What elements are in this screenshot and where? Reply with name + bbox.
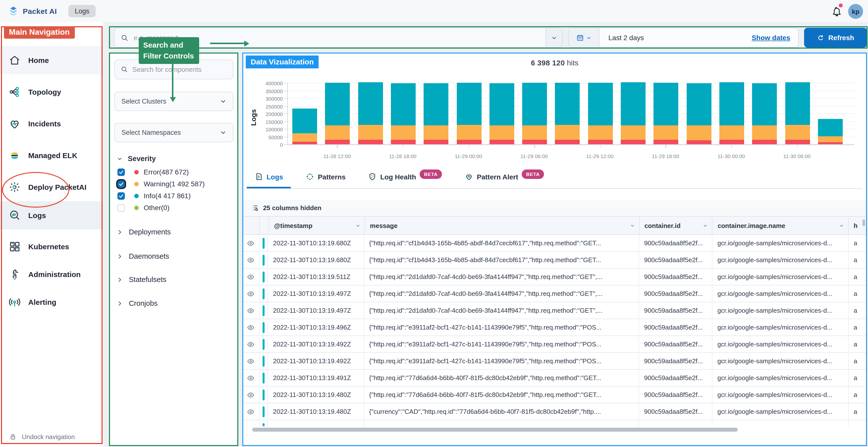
severity-checkbox[interactable] xyxy=(117,204,125,211)
sidebar-item-logs[interactable]: Logs xyxy=(0,201,103,230)
show-dates-link[interactable]: Show dates xyxy=(751,34,798,41)
severity-checkbox[interactable] xyxy=(117,180,125,187)
column-header-message[interactable]: message xyxy=(365,216,639,234)
y-tick-mark xyxy=(284,137,287,137)
table-row[interactable]: 2022-11-30T10:13:19.680Z{"http.req.id":"… xyxy=(242,235,867,252)
query-search-input[interactable] xyxy=(129,34,546,41)
table-row[interactable]: 2022-11-30T10:13:19.496Z{"http.req.id":"… xyxy=(242,319,867,336)
tab-patterns[interactable]: Patterns xyxy=(298,167,353,188)
column-header-container-id[interactable]: container.id xyxy=(639,216,713,234)
section-cronjobs[interactable]: Cronjobs xyxy=(117,297,158,309)
eye-icon[interactable] xyxy=(247,239,255,247)
table-row[interactable]: 2022-11-30T10:13:19.491Z{"http.req.id":"… xyxy=(242,370,867,387)
sidebar-item-kubernetes[interactable]: Kubernetes xyxy=(0,232,103,261)
cell-message: {"http.req.id":"77d6a6d4-b6bb-40f7-81f5-… xyxy=(364,387,639,403)
sidebar-item-managed-elk[interactable]: Managed ELK xyxy=(0,141,103,170)
tab-logs[interactable]: Logs xyxy=(247,167,291,188)
histogram-bar[interactable] xyxy=(621,83,646,144)
y-tick-label: 400000 xyxy=(253,80,283,86)
table-row[interactable]: 2022-11-30T10:13:19.497Z{"http.req.id":"… xyxy=(242,302,867,319)
histogram-bar[interactable] xyxy=(752,84,777,144)
tab-log-health[interactable]: Log HealthBETA xyxy=(361,167,450,188)
component-search-box xyxy=(115,59,234,79)
table-body: 2022-11-30T10:13:19.680Z{"http.req.id":"… xyxy=(242,235,867,426)
undock-navigation[interactable]: Undock navigation xyxy=(9,433,75,441)
histogram-bar[interactable] xyxy=(424,83,448,144)
section-deployments[interactable]: Deployments xyxy=(117,226,171,238)
date-range-value[interactable]: Last 2 days xyxy=(599,34,751,41)
section-daemonsets[interactable]: Daemonsets xyxy=(117,250,169,262)
section-statefulsets[interactable]: Statefulsets xyxy=(117,273,166,286)
chevron-down-icon[interactable] xyxy=(839,223,844,228)
sidebar-item-incidents[interactable]: Incidents xyxy=(0,110,103,138)
chevron-down-icon[interactable] xyxy=(355,223,361,228)
eye-icon[interactable] xyxy=(247,256,255,264)
eye-icon[interactable] xyxy=(247,306,255,315)
eye-icon[interactable] xyxy=(247,391,255,399)
table-toolbar[interactable]: 25 columns hidden xyxy=(242,200,867,216)
calendar-dropdown[interactable] xyxy=(569,28,599,47)
severity-label: Error(487 672) xyxy=(144,168,189,176)
histogram-bar[interactable] xyxy=(555,83,580,144)
histogram-bar[interactable] xyxy=(457,83,481,144)
vertical-scrollbar[interactable] xyxy=(863,219,865,226)
sidebar-item-topology[interactable]: Topology xyxy=(0,78,103,106)
select-namespaces-dropdown[interactable]: Select Namespaces xyxy=(115,123,234,142)
eye-icon[interactable] xyxy=(247,408,255,416)
sidebar-item-home[interactable]: Home xyxy=(0,46,103,74)
histogram-bar[interactable] xyxy=(292,109,317,144)
histogram-bar[interactable] xyxy=(654,83,679,144)
query-history-dropdown[interactable] xyxy=(546,28,562,47)
histogram-bar[interactable] xyxy=(686,83,711,144)
severity-checkbox[interactable] xyxy=(117,168,125,176)
table-row[interactable]: 2022-11-30T10:13:19.480Z{"http.req.id":"… xyxy=(242,387,867,404)
histogram-bar[interactable] xyxy=(325,83,350,144)
eye-icon[interactable] xyxy=(247,357,255,365)
log-histogram-chart[interactable] xyxy=(287,83,854,144)
refresh-button[interactable]: Refresh xyxy=(804,28,867,48)
eye-icon[interactable] xyxy=(247,340,255,348)
table-row[interactable]: 2022-11-30T10:13:19.492Z{"http.req.id":"… xyxy=(242,336,867,353)
sidebar-item-administration[interactable]: Administration xyxy=(0,260,103,289)
user-avatar[interactable]: kp xyxy=(848,4,863,19)
bar-segment-info xyxy=(752,84,777,126)
histogram-bar[interactable] xyxy=(358,83,383,144)
chevron-down-icon[interactable] xyxy=(629,223,635,228)
histogram-bar[interactable] xyxy=(588,83,613,144)
eye-icon[interactable] xyxy=(247,273,255,281)
select-clusters-dropdown[interactable]: Select Clusters xyxy=(115,92,234,111)
table-row[interactable] xyxy=(242,420,867,426)
severity-section-header[interactable]: Severity xyxy=(117,155,156,162)
table-row[interactable]: 2022-11-30T10:13:19.492Z{"http.req.id":"… xyxy=(242,353,867,370)
page-pill-logs[interactable]: Logs xyxy=(68,5,96,17)
sidebar-item-deploy-packetai[interactable]: Deploy PacketAI xyxy=(0,173,103,201)
column-header-container-image-name[interactable]: container.image.name xyxy=(713,216,849,234)
eye-icon[interactable] xyxy=(247,323,255,331)
histogram-bar[interactable] xyxy=(490,84,514,144)
severity-checkbox[interactable] xyxy=(117,192,125,200)
column-header--timestamp[interactable]: @timestamp xyxy=(269,216,365,234)
x-tick-label: 11-29 12:00 xyxy=(578,153,622,159)
histogram-bar[interactable] xyxy=(522,83,547,144)
table-row[interactable]: 2022-11-30T10:13:19.511Z{"http.req.id":"… xyxy=(242,269,867,286)
severity-label: Warning(1 492 587) xyxy=(144,180,205,188)
histogram-bar[interactable] xyxy=(391,83,416,144)
cell-container-id: 900c59adaa8f5e2f... xyxy=(639,370,712,386)
bar-segment-info xyxy=(818,119,843,136)
chevron-down-icon[interactable] xyxy=(703,223,708,228)
tab-pattern-alert[interactable]: Pattern AlertBETA xyxy=(457,167,552,188)
histogram-bar[interactable] xyxy=(719,82,744,144)
eye-icon[interactable] xyxy=(247,374,255,382)
component-search-input[interactable] xyxy=(128,66,233,73)
eye-icon[interactable] xyxy=(247,424,255,426)
horizontal-scrollbar[interactable] xyxy=(252,428,738,431)
column-header-blank xyxy=(242,216,259,234)
eye-icon[interactable] xyxy=(247,290,255,298)
histogram-bar[interactable] xyxy=(785,83,810,144)
table-row[interactable]: 2022-11-30T10:13:19.497Z{"http.req.id":"… xyxy=(242,286,867,302)
table-row[interactable]: 2022-11-30T10:13:19.480Z{"currency":"CAD… xyxy=(242,404,867,420)
histogram-bar[interactable] xyxy=(818,119,843,144)
sidebar-item-alerting[interactable]: Alerting xyxy=(0,288,103,316)
chevron-right-icon xyxy=(117,253,123,260)
table-row[interactable]: 2022-11-30T10:13:19.680Z{"http.req.id":"… xyxy=(242,252,867,269)
